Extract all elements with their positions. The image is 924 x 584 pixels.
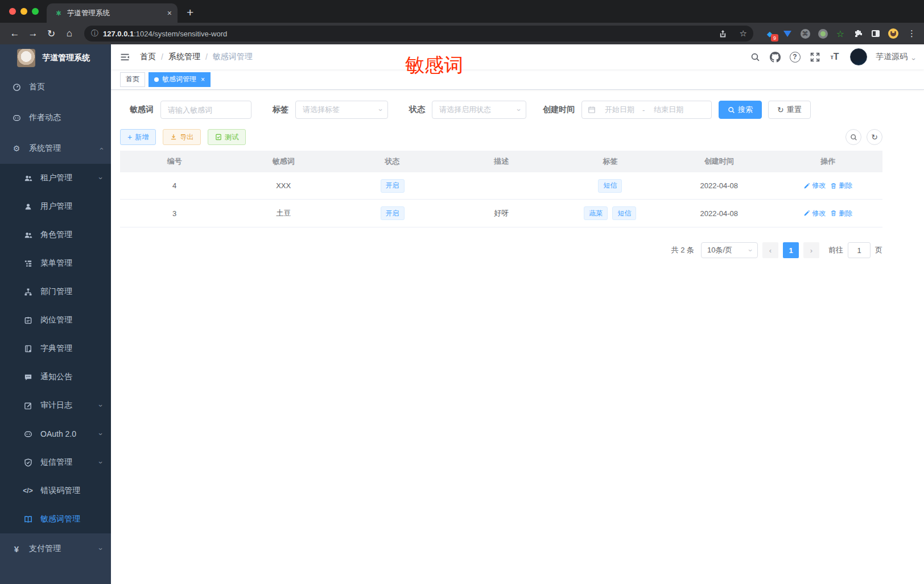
sidebar-item-oauth[interactable]: OAuth 2.0 › — [0, 420, 111, 448]
tree-list-icon — [23, 259, 32, 268]
help-icon[interactable]: ? — [787, 49, 803, 65]
profile-avatar-icon[interactable] — [888, 28, 898, 39]
plus-icon: + — [127, 132, 132, 142]
address-bar[interactable]: ⓘ 127.0.0.1:1024/system/sensitive-word ☆ — [84, 26, 753, 42]
sidebar-item-home[interactable]: 首页 — [0, 72, 111, 102]
window-minimize-button[interactable] — [20, 8, 27, 15]
id-badge-icon — [23, 316, 32, 325]
home-icon[interactable]: ⌂ — [61, 28, 77, 39]
page-unit: 页 — [875, 245, 882, 255]
edit-link[interactable]: 修改 — [803, 181, 826, 190]
sidebar-item-dept[interactable]: 部门管理 — [0, 277, 111, 306]
delete-link[interactable]: 删除 — [830, 209, 852, 218]
user-menu-caret-icon[interactable]: › — [910, 58, 918, 60]
test-button[interactable]: 测试 — [208, 129, 246, 145]
sidebar-item-errcode[interactable]: </> 错误码管理 — [0, 477, 111, 505]
window-close-button[interactable] — [9, 8, 16, 15]
github-icon[interactable] — [767, 49, 783, 65]
new-tab-button[interactable]: + — [178, 6, 193, 23]
reload-icon[interactable]: ↻ — [43, 28, 59, 40]
sidebar-item-pay[interactable]: ¥ 支付管理 › — [0, 533, 111, 564]
time-label: 创建时间 — [543, 105, 575, 115]
sidebar-item-user[interactable]: 用户管理 — [0, 192, 111, 221]
cell-status: 开启 — [338, 179, 447, 193]
sidebar-item-dict[interactable]: 字典管理 — [0, 334, 111, 363]
total-count: 共 2 条 — [671, 245, 694, 255]
chevron-down-icon: › — [96, 177, 105, 179]
col-created: 创建时间 — [665, 156, 773, 167]
reset-button[interactable]: ↻ 重置 — [768, 101, 811, 119]
toggle-search-button[interactable] — [845, 129, 861, 145]
export-button[interactable]: 导出 — [163, 129, 201, 145]
font-size-icon[interactable]: тT — [827, 49, 843, 65]
url-path: :1024/system/sensitive-word — [134, 30, 227, 38]
search-icon — [850, 134, 857, 141]
user-avatar[interactable] — [850, 48, 867, 65]
extensions-puzzle-icon[interactable] — [853, 28, 863, 39]
side-panel-icon[interactable] — [871, 28, 881, 39]
sidebar-item-notice[interactable]: 通知公告 — [0, 363, 111, 391]
breadcrumb-system[interactable]: 系统管理 — [168, 52, 200, 62]
sidebar-item-audit[interactable]: 审计日志 › — [0, 391, 111, 420]
pen-icon — [803, 183, 810, 189]
breadcrumb-home[interactable]: 首页 — [140, 52, 156, 62]
browser-menu-icon[interactable]: ⋮ — [904, 28, 917, 39]
add-button[interactable]: + 新增 — [120, 129, 156, 145]
extension-funnel-icon[interactable] — [782, 28, 793, 39]
close-tag-icon[interactable]: × — [201, 76, 205, 84]
calendar-icon — [588, 106, 596, 114]
current-page[interactable]: 1 — [783, 242, 799, 258]
robot-face-icon — [23, 430, 32, 438]
browser-toolbar: ← → ↻ ⌂ ⓘ 127.0.0.1:1024/system/sensitiv… — [0, 23, 924, 44]
sidebar-item-post[interactable]: 岗位管理 — [0, 306, 111, 334]
word-input[interactable] — [161, 106, 251, 114]
tag-label: 标签 — [273, 105, 288, 115]
refresh-icon: ↻ — [871, 132, 878, 142]
back-icon[interactable]: ← — [7, 28, 23, 39]
sidebar-item-menu[interactable]: 菜单管理 — [0, 249, 111, 277]
refresh-table-button[interactable]: ↻ — [867, 129, 882, 145]
collapse-sidebar-icon[interactable] — [120, 52, 130, 62]
extension-command-icon[interactable]: ⌘ — [800, 28, 810, 39]
search-icon[interactable] — [747, 49, 763, 65]
extension-star-icon[interactable]: ☆ — [835, 28, 845, 39]
sidebar-item-label: 支付管理 — [29, 544, 61, 554]
bookmark-star-icon[interactable]: ☆ — [736, 28, 751, 39]
browser-tab[interactable]: 芋道管理系统 × — [47, 3, 178, 23]
sidebar-item-role[interactable]: 角色管理 — [0, 221, 111, 249]
status-select[interactable]: 请选择启用状态 › — [432, 101, 526, 119]
extension-diamond-icon[interactable]: ◆9 — [765, 28, 775, 39]
tag-select[interactable]: 请选择标签 › — [295, 101, 388, 119]
page-size-select[interactable]: 10条/页 › — [701, 242, 758, 258]
search-button[interactable]: 搜索 — [719, 101, 762, 119]
sidebar-item-sensitive-word[interactable]: 敏感词管理 — [0, 505, 111, 533]
sidebar-item-label: 通知公告 — [40, 372, 72, 382]
date-range-picker[interactable]: 开始日期 - 结束日期 — [581, 101, 712, 119]
chevron-down-icon: › — [96, 404, 105, 407]
forward-icon[interactable]: → — [25, 28, 41, 39]
sidebar-item-tenant[interactable]: 租户管理 › — [0, 164, 111, 192]
next-page-button[interactable]: › — [803, 242, 819, 258]
user-name[interactable]: 芋道源码 — [876, 52, 908, 62]
sidebar-item-sms[interactable]: 短信管理 › — [0, 448, 111, 477]
tag-home[interactable]: 首页 — [120, 72, 145, 87]
filter-form: 敏感词 标签 请选择标签 › 状态 请选择启用状态 › 创建时间 开 — [120, 101, 882, 119]
delete-link[interactable]: 删除 — [830, 181, 852, 190]
extension-record-icon[interactable] — [818, 28, 828, 39]
fullscreen-icon[interactable] — [807, 49, 823, 65]
pagination: 共 2 条 10条/页 › ‹ 1 › 前往 页 — [120, 242, 882, 258]
window-zoom-button[interactable] — [32, 8, 39, 15]
site-info-icon[interactable]: ⓘ — [91, 28, 98, 39]
prev-page-button[interactable]: ‹ — [762, 242, 778, 258]
sidebar-item-system[interactable]: ⚙ 系统管理 › — [0, 133, 111, 164]
goto-page-input[interactable] — [848, 242, 871, 258]
tag-sensitive-word[interactable]: 敏感词管理 × — [148, 72, 211, 87]
sidebar-item-label: 菜单管理 — [40, 258, 72, 268]
code-icon: </> — [23, 487, 32, 494]
edit-link[interactable]: 修改 — [803, 209, 826, 218]
app-logo-row[interactable]: 芋道管理系统 — [0, 44, 111, 72]
share-icon[interactable] — [715, 30, 731, 38]
close-tab-icon[interactable]: × — [167, 9, 172, 18]
sidebar-item-author[interactable]: 作者动态 — [0, 102, 111, 133]
col-status: 状态 — [338, 156, 447, 167]
